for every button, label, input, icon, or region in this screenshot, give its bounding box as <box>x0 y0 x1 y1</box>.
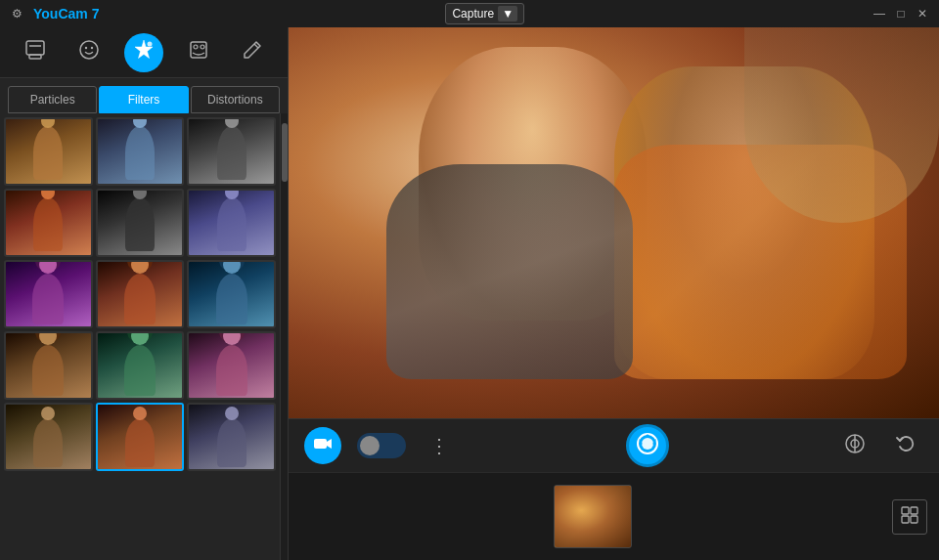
camera-toggle-button[interactable] <box>304 427 341 464</box>
filter-row <box>4 403 276 471</box>
shutter-button[interactable] <box>626 424 669 467</box>
tab-filters[interactable]: Filters <box>99 86 188 113</box>
emoji-face-icon <box>78 39 100 65</box>
filmstrip <box>289 472 939 560</box>
svg-rect-17 <box>902 507 909 514</box>
svg-point-4 <box>85 47 87 49</box>
grid-icon <box>901 506 918 528</box>
filter-item[interactable] <box>96 189 185 257</box>
svg-point-8 <box>194 45 198 49</box>
svg-line-10 <box>254 44 258 48</box>
paint-button[interactable] <box>233 33 272 72</box>
main-layout: Particles Filters Distortions <box>0 27 939 560</box>
svg-point-13 <box>642 438 653 450</box>
filter-grid-wrap <box>0 113 280 560</box>
more-options-button[interactable]: ⋮ <box>422 430 457 461</box>
filter-row <box>4 189 276 257</box>
svg-rect-1 <box>29 55 41 59</box>
camera-icon <box>314 437 332 454</box>
flip-icon <box>844 433 866 459</box>
filter-item[interactable] <box>187 403 276 471</box>
bottom-controls: ⋮ <box>289 418 939 472</box>
svg-point-6 <box>147 42 152 47</box>
filter-item[interactable] <box>4 260 93 328</box>
settings-button[interactable]: ⚙ <box>8 5 25 22</box>
filter-item[interactable] <box>4 403 93 471</box>
filter-item[interactable] <box>4 331 93 400</box>
flip-button[interactable] <box>837 428 872 463</box>
filter-item[interactable] <box>187 117 276 186</box>
paint-pencil-icon <box>242 39 263 65</box>
filter-item[interactable] <box>96 260 185 328</box>
effects-star-icon <box>132 38 156 66</box>
filter-row <box>4 117 276 186</box>
filter-item-selected[interactable] <box>96 403 185 471</box>
filter-row <box>4 331 276 400</box>
scrollbar[interactable] <box>280 113 288 560</box>
svg-point-3 <box>80 41 98 59</box>
title-bar: ⚙ YouCam 7 Capture ▼ — □ ✕ <box>0 0 939 27</box>
content-area: ⋮ <box>289 27 939 560</box>
svg-rect-19 <box>902 516 909 523</box>
svg-rect-20 <box>911 516 917 523</box>
close-button[interactable]: ✕ <box>914 5 931 22</box>
doodle-button[interactable] <box>179 33 218 72</box>
doodle-icon <box>188 39 209 65</box>
tab-particles[interactable]: Particles <box>8 86 97 113</box>
filter-item[interactable] <box>187 331 276 400</box>
emoji-button[interactable] <box>69 33 109 72</box>
maximize-button[interactable]: □ <box>892 5 910 22</box>
filter-item[interactable] <box>96 331 185 400</box>
sidebar-content <box>0 113 288 560</box>
effects-button[interactable] <box>124 33 163 72</box>
filter-grid <box>0 113 280 560</box>
gear-icon: ⚙ <box>12 7 22 21</box>
video-preview <box>289 27 939 418</box>
app-title: YouCam 7 <box>33 6 99 22</box>
svg-rect-0 <box>26 41 44 55</box>
tab-distortions[interactable]: Distortions <box>191 86 280 113</box>
filter-item[interactable] <box>187 260 276 328</box>
filter-item[interactable] <box>96 117 185 186</box>
undo-button[interactable] <box>888 428 923 463</box>
window-controls: — □ ✕ <box>871 5 931 22</box>
sidebar: Particles Filters Distortions <box>0 27 289 560</box>
record-toggle[interactable] <box>357 433 406 458</box>
capture-dropdown[interactable]: Capture ▼ <box>445 3 524 24</box>
filter-item[interactable] <box>4 117 93 186</box>
filter-item[interactable] <box>187 189 276 257</box>
capture-label: Capture <box>452 7 494 21</box>
svg-point-5 <box>91 47 93 49</box>
stickers-button[interactable] <box>16 33 55 72</box>
minimize-button[interactable]: — <box>871 5 888 22</box>
filter-item[interactable] <box>4 189 93 257</box>
scrollbar-thumb[interactable] <box>282 123 288 182</box>
undo-icon <box>895 433 917 459</box>
svg-rect-11 <box>314 439 327 449</box>
dropdown-arrow-icon: ▼ <box>498 6 517 22</box>
filter-tabs: Particles Filters Distortions <box>0 78 288 113</box>
filter-row <box>4 260 276 328</box>
filmstrip-thumbnail[interactable] <box>554 485 632 548</box>
thumbnail-image <box>555 486 631 547</box>
sidebar-icons <box>0 27 288 78</box>
couple-photo <box>289 27 939 418</box>
sticker-icon <box>24 39 46 65</box>
grid-view-button[interactable] <box>892 499 927 535</box>
shutter-icon <box>636 432 659 460</box>
svg-point-9 <box>201 45 204 49</box>
title-bar-left: ⚙ YouCam 7 <box>8 5 99 22</box>
svg-rect-18 <box>911 507 917 514</box>
